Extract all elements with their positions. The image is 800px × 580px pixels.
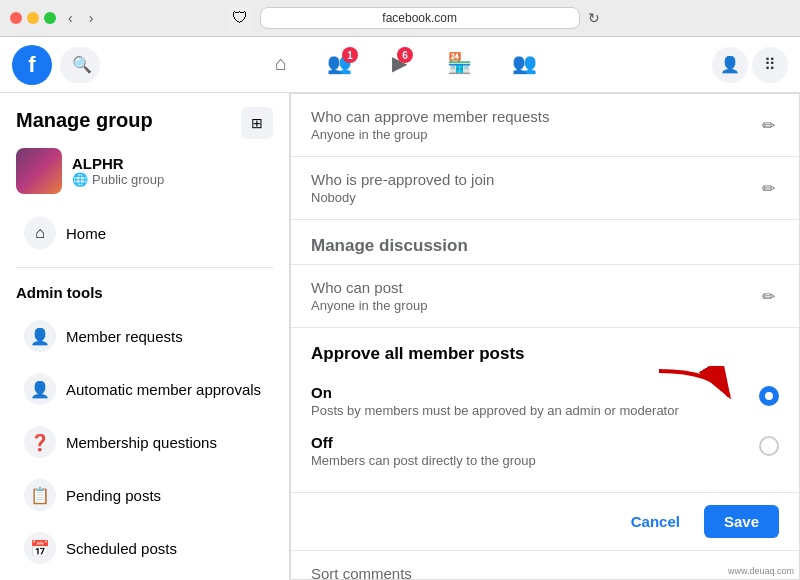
- pre-approved-label: Who is pre-approved to join: [311, 171, 494, 188]
- sidebar-item-scheduled-posts[interactable]: 📅 Scheduled posts: [8, 522, 281, 574]
- sidebar-divider-1: [16, 267, 273, 268]
- who-can-post-label: Who can post: [311, 279, 427, 296]
- who-can-post-setting: Who can post Anyone in the group ✏: [291, 265, 799, 328]
- facebook-logo[interactable]: f: [12, 45, 52, 85]
- shield-icon: 🛡: [228, 6, 252, 30]
- watch-badge: 6: [397, 47, 413, 63]
- nav-friends-button[interactable]: 👥 1: [307, 43, 372, 86]
- nav-center: ⌂ 👥 1 ▶ 6 🏪 👥: [108, 43, 704, 86]
- sidebar-item-member-requests[interactable]: 👤 Member requests: [8, 310, 281, 362]
- red-arrow: [654, 366, 744, 416]
- off-radio-button[interactable]: [759, 436, 779, 456]
- action-buttons: Cancel Save: [291, 493, 799, 551]
- off-desc: Members can post directly to the group: [311, 453, 536, 468]
- approve-posts-off-option[interactable]: Off Members can post directly to the gro…: [311, 426, 779, 476]
- scheduled-posts-icon: 📅: [24, 532, 56, 564]
- off-label: Off: [311, 434, 536, 451]
- sort-comments-setting: Sort comments Suggested default ✏: [291, 551, 799, 580]
- sidebar-item-membership-questions[interactable]: ❓ Membership questions: [8, 416, 281, 468]
- on-label: On: [311, 384, 679, 401]
- auto-approvals-icon: 👤: [24, 373, 56, 405]
- approve-requests-setting: Who can approve member requests Anyone i…: [291, 94, 799, 157]
- forward-button[interactable]: ›: [85, 8, 98, 28]
- pre-approved-value: Nobody: [311, 190, 494, 205]
- approve-posts-title: Approve all member posts: [311, 344, 779, 364]
- cancel-button[interactable]: Cancel: [615, 505, 696, 538]
- sidebar-item-automatic-approvals[interactable]: 👤 Automatic member approvals: [8, 363, 281, 415]
- globe-icon: 🌐: [72, 172, 88, 187]
- maximize-button[interactable]: [44, 12, 56, 24]
- watermark: www.deuaq.com: [728, 566, 794, 576]
- nav-right: 👤 ⠿: [712, 47, 788, 83]
- reload-button[interactable]: ↻: [588, 10, 600, 26]
- nav-grid-button[interactable]: ⠿: [752, 47, 788, 83]
- content-area: Who can approve member requests Anyone i…: [290, 93, 800, 580]
- group-name: ALPHR: [72, 155, 164, 172]
- approve-posts-section: Approve all member posts On Posts by mem…: [291, 328, 799, 493]
- sidebar-item-activity-log[interactable]: 🕐 Activity log: [8, 575, 281, 580]
- approve-requests-value: Anyone in the group: [311, 127, 549, 142]
- home-icon: ⌂: [24, 217, 56, 249]
- pending-posts-icon: 📋: [24, 479, 56, 511]
- membership-questions-icon: ❓: [24, 426, 56, 458]
- save-button[interactable]: Save: [704, 505, 779, 538]
- manage-discussion-header: Manage discussion: [291, 220, 799, 265]
- manage-group-title: Manage group: [16, 109, 273, 132]
- minimize-button[interactable]: [27, 12, 39, 24]
- nav-profile-button[interactable]: 👤: [712, 47, 748, 83]
- who-can-post-value: Anyone in the group: [311, 298, 427, 313]
- pre-approved-setting: Who is pre-approved to join Nobody ✏: [291, 157, 799, 220]
- sidebar-icon-button[interactable]: ⊞: [241, 107, 273, 139]
- facebook-nav: f 🔍 ⌂ 👥 1 ▶ 6 🏪 👥 👤 ⠿: [0, 37, 800, 93]
- friends-badge: 1: [342, 47, 358, 63]
- nav-watch-button[interactable]: ▶ 6: [372, 43, 427, 86]
- nav-marketplace-button[interactable]: 🏪: [427, 43, 492, 86]
- sidebar-item-pending-posts[interactable]: 📋 Pending posts: [8, 469, 281, 521]
- search-icon: 🔍: [72, 55, 92, 74]
- pre-approved-edit-button[interactable]: ✏: [758, 175, 779, 202]
- group-avatar: [16, 148, 62, 194]
- nav-groups-button[interactable]: 👥: [492, 43, 557, 86]
- search-box[interactable]: 🔍: [60, 47, 100, 83]
- sidebar-item-home[interactable]: ⌂ Home: [8, 207, 281, 259]
- member-requests-icon: 👤: [24, 320, 56, 352]
- address-bar[interactable]: facebook.com: [260, 7, 580, 29]
- group-info: ALPHR 🌐 Public group: [0, 140, 289, 206]
- nav-home-button[interactable]: ⌂: [255, 43, 307, 86]
- traffic-lights: [10, 12, 56, 24]
- approve-requests-label: Who can approve member requests: [311, 108, 549, 125]
- approve-requests-edit-button[interactable]: ✏: [758, 112, 779, 139]
- back-button[interactable]: ‹: [64, 8, 77, 28]
- on-desc: Posts by members must be approved by an …: [311, 403, 679, 418]
- who-can-post-edit-button[interactable]: ✏: [758, 283, 779, 310]
- sidebar: ⊞ Manage group ALPHR 🌐 Public group ⌂ Ho…: [0, 93, 290, 580]
- on-radio-button[interactable]: [759, 386, 779, 406]
- sidebar-header: ⊞ Manage group: [0, 105, 289, 140]
- group-type: 🌐 Public group: [72, 172, 164, 187]
- close-button[interactable]: [10, 12, 22, 24]
- approve-posts-on-option[interactable]: On Posts by members must be approved by …: [311, 376, 779, 426]
- admin-tools-label: Admin tools: [0, 276, 289, 309]
- sort-comments-label: Sort comments: [311, 565, 416, 580]
